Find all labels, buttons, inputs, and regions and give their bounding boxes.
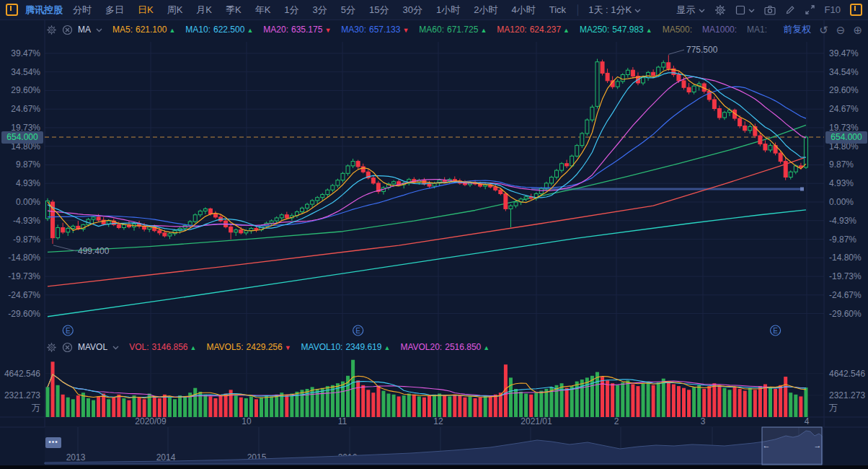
down-arrow-icon: ▼ (285, 344, 291, 351)
date-axis-label: 3 (701, 416, 706, 426)
volume-axis-label-left: 2321.273 (4, 390, 40, 400)
date-axis-label: 11 (338, 416, 347, 426)
indicator-value: 2516.850 (445, 342, 481, 352)
vol-mavol20-item[interactable]: MAVOL20:2516.850▲ (400, 342, 490, 352)
navigator-more-button[interactable]: ••• (45, 437, 61, 448)
navigator-year-label: 2013 (66, 452, 86, 463)
ma-close-icon[interactable] (62, 25, 73, 35)
ma-ma1000-item[interactable]: MA1000: (702, 25, 737, 35)
navigator-right-handle[interactable]: → (814, 441, 822, 450)
chart-right-controls: 前复权 ↺ ⊖ ⊕ (783, 23, 862, 36)
ma-settings-gear-icon[interactable] (46, 25, 57, 35)
ma-indicator-row: MA MA5:621.100▲MA10:622.500▲MA20:635.175… (46, 23, 767, 36)
price-axis-label-right: 39.47% (829, 48, 859, 58)
volume-unit-label: 万 (829, 403, 838, 413)
indicator-label: MA30: (341, 25, 366, 35)
up-arrow-icon: ▲ (483, 344, 490, 351)
price-axis-label-left: -29.60% (8, 309, 40, 319)
mavol-settings-gear-icon[interactable] (46, 342, 57, 353)
bottom-strip (0, 465, 868, 469)
price-axis-label-left: 29.60% (11, 85, 40, 95)
indicator-value: 547.983 (612, 25, 643, 35)
indicator-label: MA60: (419, 25, 444, 35)
indicator-label: MA500: (663, 25, 692, 35)
indicator-label: VOL: (129, 342, 149, 352)
ma-ma60-item[interactable]: MA60:671.725▲ (419, 25, 487, 35)
date-axis-label: 2021/01 (521, 416, 552, 426)
volume-axis-label-left: 4642.546 (4, 369, 40, 379)
volume-axis-label-right: 2321.273 (829, 390, 865, 400)
volume-unit-label: 万 (32, 403, 40, 413)
price-axis-label-right: -24.67% (829, 290, 862, 300)
price-axis-label-right: -29.60% (829, 309, 862, 319)
indicator-label: MA1: (747, 25, 767, 35)
current-price-tag-left: 654.000 (1, 131, 43, 144)
indicator-label: MAVOL20: (400, 342, 442, 352)
indicator-value: 624.237 (530, 25, 561, 35)
indicator-label: MA20: (263, 25, 288, 35)
price-axis-label-left: 39.47% (11, 48, 40, 58)
ma-ma1-item[interactable]: MA1: (747, 25, 767, 35)
down-arrow-icon: ▼ (402, 27, 409, 34)
ma-indicator-name[interactable]: MA (78, 25, 91, 35)
price-axis-label-right: -4.93% (829, 216, 856, 226)
up-arrow-icon: ▲ (646, 27, 652, 34)
indicator-label: MA10: (185, 25, 211, 35)
price-axis-label-right: 9.87% (829, 159, 854, 170)
svg-text:E: E (355, 327, 360, 335)
date-axis-label: 2 (614, 416, 619, 426)
indicator-value: 635.175 (291, 25, 322, 35)
ma-ma10-item[interactable]: MA10:622.500▲ (185, 25, 253, 35)
indicator-value: 671.725 (447, 25, 478, 35)
svg-text:E: E (66, 327, 71, 335)
volume-indicator-row: MAVOL VOL:3146.856▲MAVOL5:2429.256▼MAVOL… (46, 341, 490, 354)
price-axis-label-right: 29.60% (829, 85, 859, 95)
ma-values: MA5:621.100▲MA10:622.500▲MA20:635.175▼MA… (102, 25, 767, 35)
mavol-indicator-name[interactable]: MAVOL (78, 342, 107, 352)
price-axis-label-left: -4.93% (13, 216, 40, 226)
ma-ma20-item[interactable]: MA20:635.175▼ (263, 25, 331, 35)
vol-mavol10-item[interactable]: MAVOL10:2349.619▲ (301, 342, 391, 352)
chart-canvas[interactable]: 2020/091011122021/0123439.47%39.47%34.54… (0, 0, 868, 469)
price-axis-label-right: -9.87% (829, 234, 856, 245)
price-axis-label-left: -9.87% (13, 234, 40, 245)
vol-mavol5-item[interactable]: MAVOL5:2429.256▼ (206, 342, 291, 352)
price-axis-label-left: 0.00% (16, 197, 40, 207)
indicator-label: MAVOL5: (206, 342, 243, 352)
indicator-label: MA5: (112, 25, 133, 35)
price-axis-label-left: -24.67% (8, 290, 40, 300)
forward-adjust-button[interactable]: 前复权 (783, 23, 811, 36)
price-axis-label-left: 9.87% (16, 159, 40, 170)
indicator-value: 2429.256 (247, 342, 283, 352)
date-axis-label: 2020/09 (135, 416, 167, 426)
vol-vol-item[interactable]: VOL:3146.856▲ (129, 342, 196, 352)
indicator-value: 621.100 (136, 25, 167, 35)
ma-ma5-item[interactable]: MA5:621.100▲ (112, 25, 175, 35)
mavol-close-icon[interactable] (62, 342, 73, 353)
restore-zoom-icon[interactable]: ↺ (819, 25, 828, 35)
down-arrow-icon: ▼ (324, 27, 331, 34)
navigator-left-handle[interactable]: ← (763, 441, 771, 450)
chevron-down-icon[interactable] (96, 25, 102, 35)
earnings-marker[interactable]: E (771, 325, 781, 336)
zoom-in-icon[interactable]: ⊕ (853, 25, 862, 35)
price-axis-label-left: -14.80% (8, 253, 40, 263)
up-arrow-icon: ▲ (384, 344, 390, 351)
ma-ma250-item[interactable]: MA250:547.983▲ (580, 25, 652, 35)
earnings-marker[interactable]: E (353, 325, 363, 336)
price-axis-label-right: -14.80% (829, 253, 862, 263)
price-axis-label-right: 0.00% (829, 197, 854, 207)
ma-ma500-item[interactable]: MA500: (663, 25, 692, 35)
price-axis-label-left: 4.93% (16, 178, 40, 188)
up-arrow-icon: ▲ (190, 344, 197, 351)
up-arrow-icon: ▲ (169, 27, 175, 34)
up-arrow-icon: ▲ (563, 27, 570, 34)
zoom-out-icon[interactable]: ⊖ (836, 25, 846, 35)
ma-ma30-item[interactable]: MA30:657.133▼ (341, 25, 409, 35)
earnings-marker[interactable]: E (63, 325, 73, 336)
indicator-value: 657.133 (369, 25, 400, 35)
current-price-tag-right: 654.000 (825, 131, 867, 144)
ma-ma120-item[interactable]: MA120:624.237▲ (497, 25, 570, 35)
price-axis-label-right: 24.67% (829, 104, 859, 114)
chevron-down-icon[interactable] (112, 342, 119, 352)
